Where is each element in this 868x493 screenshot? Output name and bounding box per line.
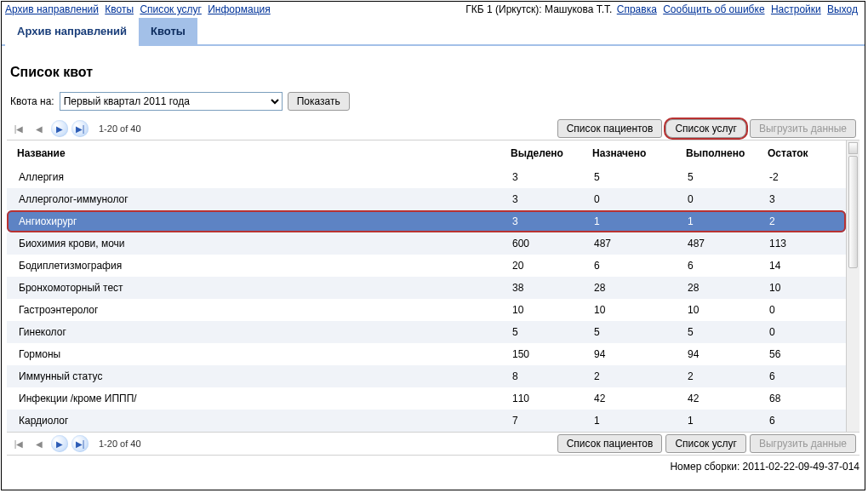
- table-row[interactable]: Гинеколог5550: [7, 321, 846, 343]
- first-page-icon[interactable]: |◀: [10, 120, 27, 137]
- cell-allocated: 3: [507, 192, 589, 207]
- cell-done: 5: [682, 324, 764, 340]
- top-nav-right: ГКБ 1 (Иркутск): Машукова Т.Т. Справка С…: [464, 3, 861, 15]
- col-allocated[interactable]: Выделено: [507, 146, 589, 161]
- services-list-button[interactable]: Список услуг: [665, 119, 746, 138]
- col-assigned[interactable]: Назначено: [589, 146, 682, 161]
- top-nav-left: Архив направлений Квоты Список услуг Инф…: [5, 3, 274, 15]
- table-row[interactable]: Бодиплетизмография206614: [7, 255, 846, 277]
- cell-allocated: 38: [507, 280, 589, 295]
- pager-top: |◀ ◀ ▶ ▶| 1-20 of 40: [10, 120, 141, 137]
- patients-list-button[interactable]: Список пациентов: [557, 434, 663, 453]
- nav-report-error-link[interactable]: Сообщить об ошибке: [663, 3, 764, 15]
- table-row[interactable]: Гормоны150949456: [7, 343, 846, 365]
- next-page-icon[interactable]: ▶: [51, 435, 68, 452]
- cell-name: Биохимия крови, мочи: [14, 236, 507, 251]
- table-row[interactable]: Кардиолог7116: [7, 410, 846, 432]
- cell-allocated: 20: [507, 258, 589, 273]
- cell-assigned: 2: [589, 369, 682, 384]
- cell-allocated: 8: [507, 369, 589, 384]
- cell-assigned: 0: [589, 192, 682, 207]
- export-data-button: Выгрузить данные: [750, 119, 856, 138]
- cell-remain: 0: [764, 302, 832, 318]
- cell-allocated: 3: [507, 214, 589, 229]
- cell-remain: 68: [764, 391, 832, 406]
- table-row[interactable]: Биохимия крови, мочи600487487113: [7, 232, 846, 255]
- table-row[interactable]: Аллергия355-2: [7, 166, 846, 188]
- cell-remain: 113: [764, 236, 832, 251]
- nav-services-link[interactable]: Список услуг: [140, 3, 202, 15]
- patients-list-button[interactable]: Список пациентов: [557, 119, 663, 138]
- cell-remain: 2: [764, 214, 832, 229]
- table-row[interactable]: Гастроэнтеролог1010100: [7, 299, 846, 321]
- top-bar: Архив направлений Квоты Список услуг Инф…: [2, 2, 865, 18]
- vertical-scrollbar[interactable]: [846, 140, 859, 432]
- grid-header: Название Выделено Назначено Выполнено Ос…: [7, 140, 846, 166]
- cell-assigned: 42: [589, 391, 682, 406]
- last-page-icon[interactable]: ▶|: [71, 120, 89, 137]
- next-page-icon[interactable]: ▶: [51, 120, 68, 137]
- toolbar-bottom: |◀ ◀ ▶ ▶| 1-20 of 40 Список пациентов Сп…: [7, 432, 859, 456]
- toolbar-top: |◀ ◀ ▶ ▶| 1-20 of 40 Список пациентов Сп…: [7, 118, 859, 140]
- tab-quotas[interactable]: Квоты: [139, 18, 197, 46]
- cell-done: 0: [682, 192, 764, 207]
- cell-assigned: 5: [589, 324, 682, 340]
- build-label: Номер сборки:: [670, 461, 740, 473]
- table-row[interactable]: Инфекции /кроме ИППП/110424268: [7, 387, 846, 410]
- prev-page-icon[interactable]: ◀: [31, 120, 48, 137]
- table-row[interactable]: Иммунный статус8226: [7, 365, 846, 387]
- last-page-icon[interactable]: ▶|: [71, 435, 89, 452]
- cell-done: 487: [682, 236, 764, 251]
- cell-remain: 10: [764, 280, 832, 295]
- cell-allocated: 3: [507, 169, 589, 185]
- quota-period-select[interactable]: Первый квартал 2011 года: [60, 92, 283, 111]
- cell-remain: 56: [764, 347, 832, 362]
- pager-range-text: 1-20 of 40: [99, 123, 141, 134]
- user-context: ГКБ 1 (Иркутск): Машукова Т.Т.: [465, 3, 612, 15]
- grid-body: Аллергия355-2Аллерголог-иммунолог3003Анг…: [7, 166, 846, 432]
- cell-assigned: 5: [589, 169, 682, 185]
- cell-name: Иммунный статус: [14, 369, 507, 384]
- col-remain[interactable]: Остаток: [764, 146, 832, 161]
- action-buttons-top: Список пациентов Список услуг Выгрузить …: [557, 119, 856, 138]
- nav-info-link[interactable]: Информация: [208, 3, 270, 15]
- prev-page-icon[interactable]: ◀: [31, 435, 48, 452]
- services-list-button[interactable]: Список услуг: [665, 434, 746, 453]
- build-info: Номер сборки: 2011-02-22-09-49-37-014: [2, 459, 865, 474]
- cell-name: Инфекции /кроме ИППП/: [14, 391, 507, 406]
- cell-name: Гормоны: [14, 347, 507, 362]
- nav-logout-link[interactable]: Выход: [827, 3, 858, 15]
- page-title: Список квот: [10, 65, 859, 80]
- cell-name: Ангиохирург: [14, 214, 507, 229]
- show-button[interactable]: Показать: [288, 92, 350, 111]
- col-done[interactable]: Выполнено: [682, 146, 764, 161]
- cell-name: Бронхомоторный тест: [14, 280, 507, 295]
- cell-name: Аллергия: [14, 169, 507, 185]
- table-row[interactable]: Ангиохирург3112: [7, 210, 846, 232]
- first-page-icon[interactable]: |◀: [10, 435, 27, 452]
- pager-bottom: |◀ ◀ ▶ ▶| 1-20 of 40: [10, 435, 141, 452]
- tab-archive[interactable]: Архив направлений: [5, 18, 139, 46]
- nav-settings-link[interactable]: Настройки: [771, 3, 821, 15]
- nav-quotas-link[interactable]: Квоты: [105, 3, 134, 15]
- cell-remain: 14: [764, 258, 832, 273]
- cell-done: 10: [682, 302, 764, 318]
- cell-name: Гинеколог: [14, 324, 507, 340]
- cell-remain: 3: [764, 192, 832, 207]
- cell-assigned: 28: [589, 280, 682, 295]
- cell-allocated: 7: [507, 413, 589, 428]
- cell-allocated: 10: [507, 302, 589, 318]
- cell-allocated: 110: [507, 391, 589, 406]
- col-name[interactable]: Название: [14, 146, 507, 161]
- cell-name: Гастроэнтеролог: [14, 302, 507, 318]
- content-area: Список квот Квота на: Первый квартал 201…: [2, 46, 865, 459]
- nav-help-link[interactable]: Справка: [617, 3, 657, 15]
- cell-allocated: 150: [507, 347, 589, 362]
- nav-archive-link[interactable]: Архив направлений: [5, 3, 99, 15]
- cell-remain: 0: [764, 324, 832, 340]
- table-row[interactable]: Аллерголог-иммунолог3003: [7, 188, 846, 210]
- app-window: Архив направлений Квоты Список услуг Инф…: [1, 1, 865, 490]
- table-row[interactable]: Бронхомоторный тест38282810: [7, 277, 846, 299]
- cell-allocated: 600: [507, 236, 589, 251]
- cell-done: 28: [682, 280, 764, 295]
